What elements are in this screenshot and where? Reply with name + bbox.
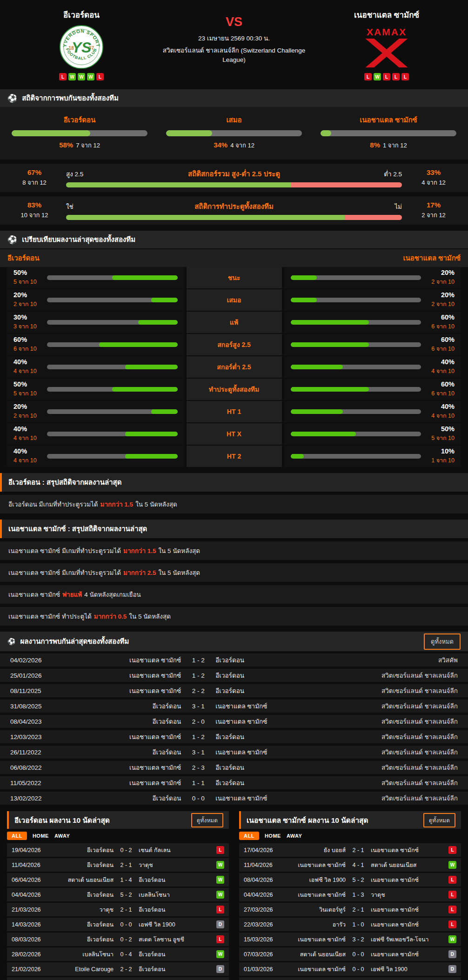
recent-match-row[interactable]: 22/03/2026 อารัว 1 - 0 เนอชาแตล ซามักซ์ …: [239, 918, 461, 933]
home-stat: 60% 6 จาก 10: [13, 336, 41, 353]
result-badge: W: [216, 950, 224, 958]
comparison-home-cell: 60% 6 จาก 10: [7, 334, 184, 355]
home-percent: 40%: [13, 425, 41, 433]
match-away-team: อีเวอร์ดอน: [137, 905, 211, 914]
match-date: 25/01/2026: [10, 672, 68, 679]
comparison-home-cell: 50% 5 จาก 10: [7, 379, 184, 400]
match-away-team: เนอชาแตล ซามักซ์: [369, 920, 443, 929]
tab-home[interactable]: HOME: [33, 833, 49, 839]
form-badge: L: [383, 73, 390, 80]
metric-label: ชนะ: [228, 273, 241, 283]
match-score: 0 - 2: [115, 936, 137, 943]
duo-progress-bar: [66, 182, 402, 187]
result-badge: L: [448, 906, 456, 913]
recent-match-row[interactable]: 19/04/2026 อีเวอร์ดอน 0 - 2 เชนต์ กัลเลน…: [7, 843, 229, 858]
match-home-team: เนอชาแตล ซามักซ์: [283, 860, 348, 870]
recent-match-row[interactable]: 11/04/2026 เนอชาแตล ซามักซ์ 4 - 1 สตาเด้…: [239, 858, 461, 873]
duo-left-count: 8 จาก 12: [22, 179, 47, 186]
tab-all[interactable]: ALL: [7, 832, 27, 840]
match-away-team: เนอชาแตล ซามักซ์: [215, 716, 345, 727]
recent-match-row[interactable]: 28/02/2026 เบลลินโซนา 0 - 4 อีเวอร์ดอน W: [7, 947, 229, 962]
tab-away[interactable]: AWAY: [287, 833, 302, 839]
metric-label: ทำประตูทั้งสองทีม: [209, 384, 259, 394]
match-away-team: เนอชาแตล ซามักซ์: [215, 701, 345, 711]
match-date: 07/03/2026: [244, 951, 283, 958]
home-bar-fill: [125, 432, 177, 436]
recent-match-row[interactable]: 14/03/2026 อีเวอร์ดอน 0 - 0 เอฟซี วิล 19…: [7, 918, 229, 933]
match-date: 04/04/2026: [244, 892, 283, 898]
comparison-away-label: เนอชาแตล ซามักซ์: [403, 253, 461, 264]
recent-match-row[interactable]: 08/03/2026 อีเวอร์ดอน 0 - 2 สเตด โลซาน อ…: [7, 933, 229, 947]
match-score: 0 - 0: [348, 966, 369, 973]
recent-match-row[interactable]: 14/02/2026 อีเวอร์ดอน 1 - 0 สตาเด้ นยอนเ…: [7, 977, 229, 980]
match-score: 5 - 2: [115, 892, 137, 898]
match-date: 04/04/2026: [12, 892, 51, 898]
h2h-match-row[interactable]: 11/05/2022 เนอชาแตล ซามักซ์ 1 - 1 อีเวอร…: [0, 776, 468, 789]
h2h-match-row[interactable]: 25/01/2026 เนอชาแตล ซามักซ์ 1 - 2 อีเวอร…: [0, 669, 468, 682]
tab-all[interactable]: ALL: [239, 832, 259, 840]
recent-match-row[interactable]: 22/02/2026 วาดุช 1 - 0 เนอชาแตล ซามักซ์ …: [239, 977, 461, 980]
h2h-match-row[interactable]: 13/02/2022 อีเวอร์ดอน 0 - 0 เนอชาแตล ซาม…: [0, 792, 468, 805]
match-score: 2 - 3: [181, 764, 215, 771]
duo-stat-row: 83% 10 จาก 12 ใช่ สถิติการทำประตูทั้งสอง…: [0, 196, 468, 225]
away-bar-track: [291, 432, 421, 436]
match-date: 12/03/2023: [10, 733, 68, 740]
away-bar-track: [291, 409, 421, 414]
h2h-match-row[interactable]: 04/02/2026 เนอชาแตล ซามักซ์ 1 - 2 อีเวอร…: [0, 653, 468, 667]
duo-progress-bar: [66, 215, 402, 220]
recent-match-row[interactable]: 06/04/2026 สตาเด้ นยอนเนียส 1 - 4 อีเวอร…: [7, 873, 229, 888]
summary-row: อีเวอร์ดอน มีเกมที่ทำประตูรวมได้ มากกว่า…: [0, 495, 468, 513]
away-recent-panel: เนอชาแตล ซามักซ์ ผลงาน 10 นัดล่าสุด ดูทั…: [239, 811, 461, 980]
recent-match-row[interactable]: 07/03/2026 สตาเด้ นยอนเนียส 0 - 0 เนอชาแ…: [239, 947, 461, 962]
duo-left-stat: 67% 8 จาก 12: [8, 168, 60, 187]
summary-highlight: มากกว่า 1.5: [123, 546, 156, 556]
duo-stat-row: 67% 8 จาก 12 สูง 2.5 สถิติสกอร์รวม สูง-ต…: [0, 164, 468, 192]
h2h-match-row[interactable]: 12/03/2023 เนอชาแตล ซามักซ์ 1 - 2 อีเวอร…: [0, 730, 468, 743]
result-badge-wrap: D: [443, 950, 456, 958]
recent-match-row[interactable]: 04/04/2026 อีเวอร์ดอน 5 - 2 เบลลินโซนา W: [7, 888, 229, 903]
recent-match-row[interactable]: 08/04/2026 เอฟซี วิล 1900 5 - 2 เนอชาแตล…: [239, 873, 461, 888]
h2h-match-row[interactable]: 26/11/2022 อีเวอร์ดอน 3 - 1 เนอชาแตล ซาม…: [0, 746, 468, 759]
recent-match-row[interactable]: 21/03/2026 วาดุช 2 - 1 อีเวอร์ดอน L: [7, 903, 229, 918]
view-all-button[interactable]: ดูทั้งหมด: [423, 813, 455, 827]
h2h-match-row[interactable]: 08/11/2025 เนอชาแตล ซามักซ์ 2 - 2 อีเวอร…: [0, 684, 468, 697]
recent-match-row[interactable]: 11/04/2026 อีเวอร์ดอน 2 - 1 วาดุช W: [7, 858, 229, 873]
recent-match-row[interactable]: 04/04/2026 เนอชาแตล ซามักซ์ 1 - 3 วาดุช …: [239, 888, 461, 903]
view-all-button[interactable]: ดูทั้งหมด: [424, 633, 461, 650]
result-badge: D: [448, 965, 456, 973]
away-bar-fill: [291, 365, 343, 369]
recent-match-row[interactable]: 27/03/2026 วินเตอร์ทูร์ 2 - 1 เนอชาแตล ซ…: [239, 903, 461, 918]
h2h-match-row[interactable]: 06/08/2022 เนอชาแตล ซามักซ์ 2 - 3 อีเวอร…: [0, 761, 468, 774]
duo-pink-fill: [345, 215, 402, 220]
home-count: 2 จาก 10: [13, 411, 41, 420]
recent-match-row[interactable]: 17/04/2026 ยัง บอยส์ 2 - 1 เนอชาแตล ซามั…: [239, 843, 461, 858]
view-all-button[interactable]: ดูทั้งหมด: [191, 813, 223, 827]
recent-match-row[interactable]: 21/02/2026 Etoile Carouge 2 - 2 อีเวอร์ด…: [7, 962, 229, 977]
home-bar-fill: [151, 298, 177, 302]
match-away-team: วาดุช: [369, 890, 443, 900]
h2h-match-row[interactable]: 31/08/2025 อีเวอร์ดอน 3 - 1 เนอชาแตล ซาม…: [0, 700, 468, 713]
comparison-metric-cell: ชนะ: [187, 267, 282, 288]
match-score: 1 - 2: [181, 733, 215, 740]
home-team-name: อีเวอร์ดอน: [63, 8, 100, 21]
home-team-block: อีเวอร์ดอน YVERDON SPORT FOOTBALL CLUB 1…: [19, 8, 144, 80]
recent-match-row[interactable]: 01/03/2026 เนอชาแตล ซามักซ์ 0 - 0 เอฟซี …: [239, 962, 461, 977]
away-count: 4 จาก 10: [427, 411, 455, 420]
match-score: 4 - 1: [348, 862, 369, 868]
home-summary-rows: อีเวอร์ดอน มีเกมที่ทำประตูรวมได้ มากกว่า…: [0, 495, 468, 513]
duo-green-fill: [66, 182, 291, 187]
tab-home[interactable]: HOME: [265, 833, 281, 839]
tab-away[interactable]: AWAY: [54, 833, 70, 839]
comparison-metric-cell: สกอร์ต่ำ 2.5: [187, 356, 282, 378]
h2h-match-row[interactable]: 08/04/2023 อีเวอร์ดอน 2 - 0 เนอชาแตล ซาม…: [0, 715, 468, 728]
result-badge-wrap: D: [211, 965, 224, 973]
comparison-row: 50% 5 จาก 10 ทำประตูทั้งสองทีม 60% 6 จาก…: [7, 379, 461, 400]
match-date: 31/08/2025: [10, 703, 68, 710]
summary-highlight: มากกว่า 2.5: [123, 567, 156, 578]
recent-match-row[interactable]: 15/03/2026 เนอชาแตล ซามักซ์ 3 - 2 เอฟซี …: [239, 933, 461, 947]
form-badge: L: [59, 73, 67, 80]
match-home-team: อีเวอร์ดอน: [68, 793, 181, 803]
result-badge: W: [216, 876, 224, 884]
comparison-home-cell: 40% 4 จาก 10: [7, 423, 184, 445]
away-bar-track: [291, 387, 421, 392]
